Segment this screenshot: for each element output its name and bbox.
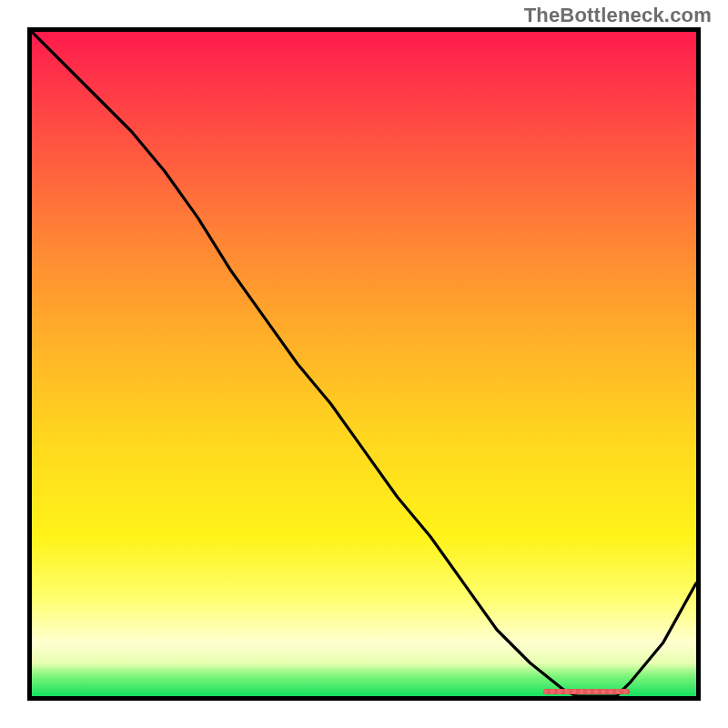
- optimal-range-marker: [543, 689, 630, 694]
- bottleneck-curve: [32, 32, 696, 696]
- watermark-text: TheBottleneck.com: [524, 4, 712, 27]
- chart-area: [27, 27, 701, 701]
